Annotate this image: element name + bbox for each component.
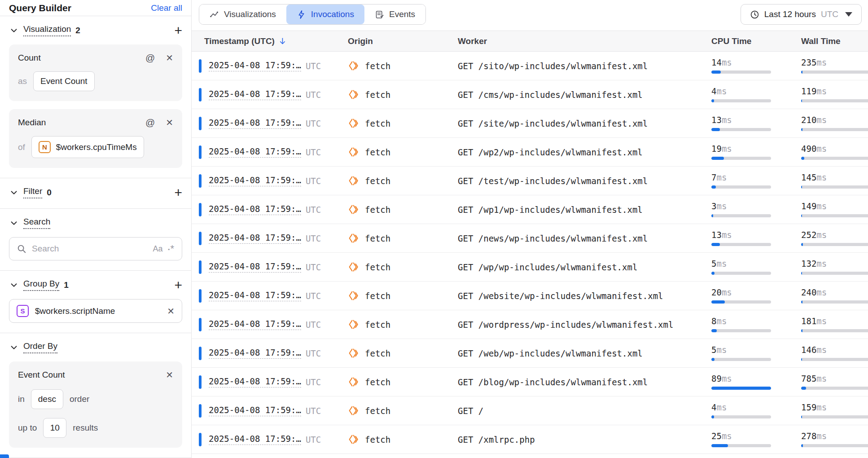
cpu-time-unit: ms [722,287,732,297]
workers-fetch-icon [348,290,359,301]
order-by-section-label[interactable]: Order By [23,341,57,353]
table-row[interactable]: 2025-04-08 17:59:… UTC fetch GET /blog/w… [192,368,868,396]
table-row[interactable]: 2025-04-08 17:59:… UTC fetch GET /wp1/wp… [192,195,868,224]
regex-toggle[interactable]: ▪* [168,243,175,255]
filter-count: 0 [47,188,52,198]
search-section-label[interactable]: Search [23,217,50,229]
workers-fetch-icon [348,405,359,416]
order-by-card: Event Count ✕ in desc order up to 10 res… [9,361,182,448]
case-sensitive-toggle[interactable]: Aa [153,244,163,254]
string-type-badge: S [17,305,29,317]
table-row[interactable]: 2025-04-08 17:59:… UTC fetch GET /cms/wp… [192,80,868,109]
filter-section-label[interactable]: Filter [23,186,42,198]
chevron-down-icon[interactable] [9,188,19,198]
cpu-time-unit: ms [722,431,732,441]
wall-time-unit: ms [816,345,827,355]
table-row[interactable]: 2025-04-08 17:59:… UTC fetch GET /wordpr… [192,310,868,339]
tab-invocations[interactable]: Invocations [286,4,364,24]
remove-group-by-icon[interactable]: ✕ [167,306,175,317]
timestamp-value[interactable]: 2025-04-08 17:59:… [209,118,301,129]
column-header-worker[interactable]: Worker [458,36,711,46]
timestamp-value[interactable]: 2025-04-08 17:59:… [209,233,301,244]
wall-time-bar [801,329,868,332]
table-row[interactable]: 2025-04-08 17:59:… UTC fetch GET /xmlrpc… [192,425,868,454]
median-field-button[interactable]: N $workers.cpuTimeMs [31,136,144,158]
sort-descending-icon[interactable] [278,37,287,45]
at-icon[interactable]: @ [145,53,155,63]
table-row[interactable]: 2025-04-08 17:59:… UTC fetch GET /wp/wp-… [192,253,868,282]
chevron-down-icon[interactable] [9,280,19,290]
timestamp-value[interactable]: 2025-04-08 17:59:… [209,204,301,215]
invocations-table-body: 2025-04-08 17:59:… UTC fetch GET /sito/w… [192,52,868,458]
column-header-origin[interactable]: Origin [348,36,458,46]
search-input[interactable] [32,244,148,254]
wall-time-bar [801,358,868,361]
timestamp-value[interactable]: 2025-04-08 17:59:… [209,376,301,388]
table-row[interactable]: 2025-04-08 17:59:… UTC fetch GET / 4ms 1… [192,396,868,425]
up-to-label: up to [18,423,37,433]
tab-events[interactable]: Events [364,4,425,24]
timestamp-value[interactable]: 2025-04-08 17:59:… [209,405,301,416]
timestamp-value[interactable]: 2025-04-08 17:59:… [209,290,301,301]
table-row[interactable]: 2025-04-08 17:59:… UTC fetch GET /wp2/wp… [192,138,868,167]
row-indicator-bar [199,145,202,159]
wall-time-unit: ms [816,259,827,269]
add-visualization-button[interactable]: + [174,26,182,35]
table-row[interactable]: 2025-04-08 17:59:… UTC fetch GET /websit… [192,282,868,310]
tab-visualizations[interactable]: Visualizations [199,4,286,24]
wall-time-bar [801,243,868,246]
order-by-section: Order By Event Count ✕ in desc order up … [0,333,191,458]
table-row[interactable]: 2025-04-08 17:59:… UTC fetch GET /news/w… [192,224,868,253]
row-indicator-bar [199,174,202,188]
add-group-by-button[interactable]: + [174,281,182,290]
result-limit-input[interactable]: 10 [43,418,66,438]
wall-time-value: 145 [801,172,816,182]
table-row[interactable]: 2025-04-08 17:59:… UTC fetch GET /site/w… [192,109,868,138]
event-count-alias-button[interactable]: Event Count [33,71,95,91]
at-icon[interactable]: @ [145,117,155,128]
column-header-cpu-time[interactable]: CPU Time [711,36,801,46]
remove-count-icon[interactable]: ✕ [166,53,173,63]
timestamp-value[interactable]: 2025-04-08 17:59:… [209,319,301,330]
timestamp-value[interactable]: 2025-04-08 17:59:… [209,146,301,158]
timestamp-value[interactable]: 2025-04-08 17:59:… [209,60,301,71]
timestamp-value[interactable]: 2025-04-08 17:59:… [209,175,301,186]
chevron-down-icon[interactable] [9,343,19,352]
timestamp-value[interactable]: 2025-04-08 17:59:… [209,434,301,445]
worker-request-value: GET /blog/wp-includes/wlwmanifest.xml [458,377,648,387]
add-filter-button[interactable]: + [174,188,182,197]
timestamp-value[interactable]: 2025-04-08 17:59:… [209,348,301,359]
table-row[interactable]: 2025-04-08 17:59:… UTC fetch GET /test/w… [192,167,868,195]
wall-time-unit: ms [816,57,827,67]
clear-all-button[interactable]: Clear all [151,3,182,13]
sort-direction-button[interactable]: desc [31,389,63,409]
chevron-down-icon[interactable] [9,26,19,35]
remove-median-icon[interactable]: ✕ [166,117,173,128]
time-range-selector[interactable]: Last 12 hours UTC [741,4,862,25]
worker-request-value: GET /wp2/wp-includes/wlwmanifest.xml [458,147,643,157]
column-header-wall-time[interactable]: Wall Time [801,36,868,46]
group-by-section-label[interactable]: Group By [23,279,59,291]
group-by-chip[interactable]: S $workers.scriptName ✕ [9,299,182,323]
timestamp-value[interactable]: 2025-04-08 17:59:… [209,89,301,100]
wall-time-value: 240 [801,287,816,297]
remove-order-by-icon[interactable]: ✕ [166,370,173,380]
origin-value: fetch [365,90,390,100]
timestamp-timezone: UTC [306,377,321,387]
chevron-down-icon[interactable] [9,218,19,228]
origin-value: fetch [365,348,390,358]
column-header-timestamp[interactable]: Timestamp (UTC) [199,36,348,46]
row-indicator-bar [199,289,202,303]
visualization-count: 2 [75,26,80,35]
table-row[interactable]: 2025-04-08 17:59:… UTC fetch GET /web/wp… [192,339,868,368]
timestamp-value[interactable]: 2025-04-08 17:59:… [209,261,301,273]
wall-time-unit: ms [816,230,827,240]
query-builder-sidebar: Query Builder Clear all Visualization 2 … [0,0,192,458]
visualization-section-label[interactable]: Visualization [23,24,71,36]
table-row[interactable]: 2025-04-08 17:59:… UTC fetch GET /sito/w… [192,52,868,80]
wall-time-value: 146 [801,345,816,355]
wall-time-bar [801,300,868,304]
caret-down-icon [845,12,852,17]
timestamp-timezone: UTC [306,119,321,128]
timestamp-timezone: UTC [306,348,321,358]
